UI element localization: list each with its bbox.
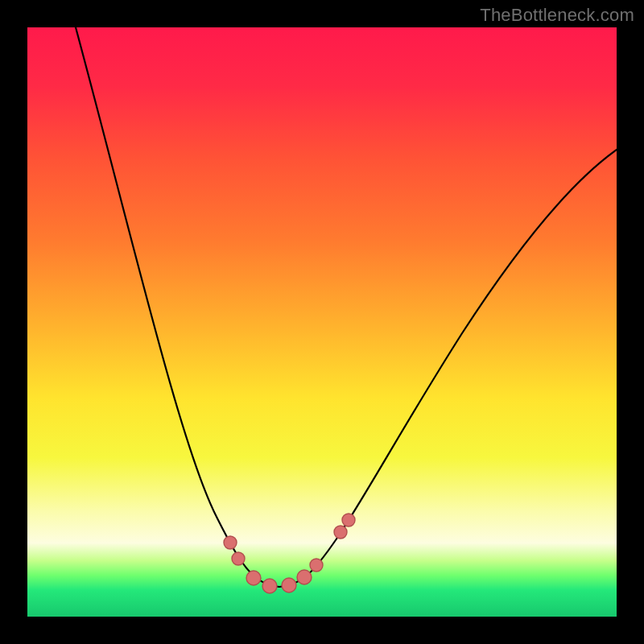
optimal-marker: [232, 552, 245, 565]
chart-svg: [27, 27, 617, 617]
optimal-marker: [224, 536, 237, 549]
chart-frame: TheBottleneck.com: [0, 0, 644, 644]
optimal-marker: [342, 514, 355, 526]
optimal-marker: [297, 570, 312, 584]
optimal-marker: [262, 579, 277, 593]
optimal-marker: [282, 578, 296, 592]
optimal-marker: [310, 559, 323, 572]
optimal-marker: [246, 571, 261, 585]
gradient-background: [27, 27, 617, 617]
optimal-marker: [334, 526, 347, 539]
watermark-text: TheBottleneck.com: [480, 5, 634, 26]
plot-area: [27, 27, 617, 617]
